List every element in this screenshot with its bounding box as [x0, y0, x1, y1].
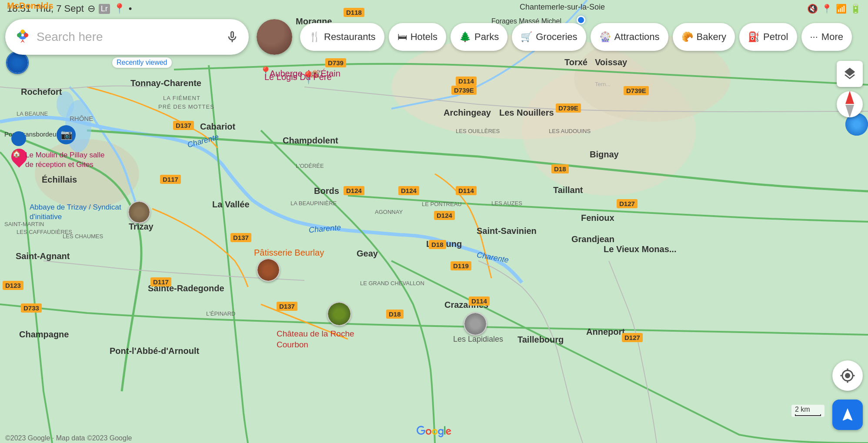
location-control-button[interactable]	[832, 360, 863, 391]
dot-icon: •	[129, 3, 132, 14]
badge-D739: D739	[325, 58, 346, 67]
badge-D137-2: D137	[230, 233, 251, 242]
pill-groceries-label: Groceries	[536, 31, 577, 43]
pill-attractions-label: Attractions	[614, 31, 660, 43]
pill-petrol[interactable]: ⛽ Petrol	[739, 23, 797, 51]
hotels-icon: 🛏	[397, 31, 407, 43]
compass-control[interactable]	[837, 91, 863, 117]
marker-lapidiales[interactable]	[464, 312, 487, 336]
badge-D739E-2: D739E	[556, 103, 581, 113]
marker-patisserie[interactable]	[257, 258, 280, 282]
badge-D733: D733	[21, 303, 42, 313]
svg-point-9	[17, 33, 21, 37]
attractions-icon: 🎡	[599, 31, 611, 43]
mute-icon: 🔇	[807, 3, 818, 14]
badge-D124-2: D124	[398, 186, 419, 195]
poi-camera[interactable]: 📷	[57, 125, 76, 144]
gps-icon: 📍	[821, 3, 832, 14]
marker-recently-viewed[interactable]: Recently viewed	[112, 57, 172, 68]
pill-hotels-label: Hotels	[411, 31, 437, 43]
lr-badge: Lr	[99, 4, 110, 14]
pill-restaurants-label: Restaurants	[324, 31, 376, 43]
pill-hotels[interactable]: 🛏 Hotels	[389, 23, 446, 51]
badge-D137-3: D137	[277, 302, 297, 311]
badge-D124-1: D124	[344, 186, 364, 195]
copyright-text: ©2023 Google · Map data ©2023 Google	[5, 434, 132, 442]
badge-D739E-1: D739E	[451, 86, 477, 95]
copyright-notice: ©2023 Google · Map data ©2023 Google	[5, 434, 132, 442]
badge-D739E-3: D739E	[624, 86, 649, 95]
navigate-button[interactable]	[832, 400, 863, 430]
svg-point-11	[24, 33, 28, 37]
badge-D114-1: D114	[456, 77, 477, 86]
mic-icon[interactable]	[224, 29, 240, 45]
google-watermark[interactable]	[417, 426, 451, 438]
pill-more[interactable]: ··· More	[801, 23, 852, 51]
search-placeholder: Search here	[37, 30, 103, 43]
more-icon: ···	[810, 31, 818, 43]
badge-D114-3: D114	[469, 296, 490, 306]
pill-petrol-label: Petrol	[763, 31, 788, 43]
search-input[interactable]: Search here	[37, 30, 219, 44]
badge-D119: D119	[451, 261, 471, 270]
marker-abbaye[interactable]	[128, 201, 150, 223]
poi-pont-transb[interactable]	[11, 131, 26, 146]
badge-D127-2: D127	[622, 333, 643, 342]
category-pills: 🍴 Restaurants 🛏 Hotels 🌲 Parks 🛒 Groceri…	[300, 19, 852, 55]
restaurants-icon: 🍴	[309, 31, 320, 43]
layer-control-button[interactable]	[837, 61, 863, 87]
battery-icon: 🔋	[850, 3, 861, 14]
avatar-image	[257, 19, 292, 55]
minus-icon: ⊖	[87, 3, 95, 14]
parks-icon: 🌲	[459, 31, 471, 43]
pill-bakery[interactable]: 🥐 Bakery	[673, 23, 735, 51]
svg-point-6	[57, 91, 74, 117]
svg-point-10	[20, 30, 25, 34]
compass-south-arrow	[845, 105, 854, 118]
badge-D18-1: D18	[429, 240, 446, 249]
badge-D114-2: D114	[456, 186, 477, 195]
pill-more-label: More	[821, 31, 843, 43]
google-maps-logo	[14, 28, 31, 46]
compass-north-arrow	[845, 91, 854, 104]
badge-D117-1: D117	[160, 175, 181, 184]
pill-restaurants[interactable]: 🍴 Restaurants	[300, 23, 384, 51]
mcdonalds-banner[interactable]: McDonalds	[7, 1, 53, 11]
poi-moulin[interactable]: 🏠	[11, 149, 27, 164]
pill-groceries[interactable]: 🛒 Groceries	[512, 23, 586, 51]
poi-logis[interactable]: 📍 🏨	[301, 70, 316, 85]
badge-D117-2: D117	[150, 277, 171, 286]
marker-chateau[interactable]	[327, 302, 351, 326]
badge-D123: D123	[3, 281, 23, 290]
pill-attractions[interactable]: 🎡 Attractions	[591, 23, 668, 51]
groceries-icon: 🛒	[521, 31, 532, 43]
pill-bakery-label: Bakery	[697, 31, 726, 43]
poi-auberge[interactable]: 📍	[259, 66, 272, 78]
scale-bar: 2 km	[791, 405, 825, 417]
svg-point-12	[21, 34, 24, 37]
map-container[interactable]: 18:51 Thu, 7 Sept ⊖ Lr 📍 • 🔇 📍 📶 🔋 McDon…	[0, 0, 868, 443]
pill-parks-label: Parks	[474, 31, 499, 43]
badge-D137-1: D137	[173, 121, 194, 130]
petrol-icon: ⛽	[748, 31, 760, 43]
wifi-icon: 📶	[836, 3, 847, 14]
status-right: 🔇 📍 📶 🔋	[807, 3, 861, 14]
scale-label: 2 km	[795, 406, 810, 413]
profile-avatar[interactable]	[257, 19, 292, 55]
badge-D18-3: D18	[551, 164, 569, 173]
status-bar: 18:51 Thu, 7 Sept ⊖ Lr 📍 • 🔇 📍 📶 🔋	[0, 0, 868, 17]
search-bar[interactable]: Search here	[5, 19, 249, 55]
badge-D124-3: D124	[434, 211, 455, 220]
pill-parks[interactable]: 🌲 Parks	[451, 23, 507, 51]
location-indicator-icon: 📍	[114, 3, 125, 14]
badge-D127-1: D127	[617, 199, 638, 208]
badge-D18-2: D18	[386, 310, 404, 319]
bakery-icon: 🥐	[681, 31, 693, 43]
